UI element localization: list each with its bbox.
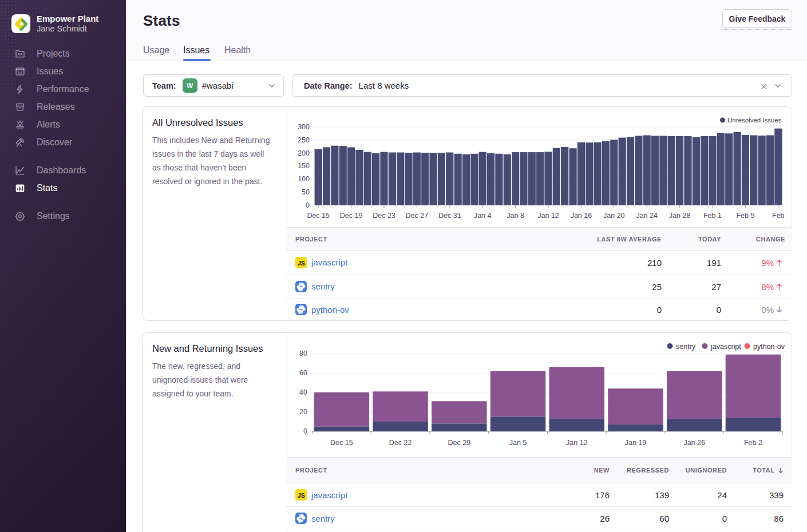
- svg-text:250: 250: [298, 136, 310, 144]
- svg-text:40: 40: [299, 388, 307, 396]
- svg-text:200: 200: [298, 149, 310, 157]
- svg-text:0: 0: [303, 427, 307, 435]
- svg-text:Jan 12: Jan 12: [566, 439, 588, 447]
- svg-text:sentry: sentry: [676, 343, 696, 351]
- svg-text:Jan 5: Jan 5: [509, 439, 527, 447]
- svg-text:Unresolved Issues: Unresolved Issues: [727, 117, 782, 124]
- svg-text:Feb: Feb: [772, 212, 785, 220]
- svg-text:Jan 28: Jan 28: [669, 212, 691, 220]
- svg-text:Dec 23: Dec 23: [373, 212, 395, 220]
- svg-text:python-ov: python-ov: [753, 343, 785, 351]
- svg-text:Dec 27: Dec 27: [406, 212, 429, 220]
- svg-text:60: 60: [299, 369, 307, 377]
- svg-text:Jan 19: Jan 19: [625, 439, 647, 447]
- svg-text:Dec 22: Dec 22: [389, 439, 412, 447]
- svg-text:Jan 4: Jan 4: [474, 212, 492, 220]
- svg-text:Jan 20: Jan 20: [603, 212, 625, 220]
- svg-text:Jan 24: Jan 24: [636, 212, 658, 220]
- svg-text:Dec 29: Dec 29: [448, 439, 470, 447]
- svg-text:Feb 5: Feb 5: [736, 212, 754, 220]
- svg-text:JS: JS: [298, 260, 305, 267]
- svg-text:Feb 2: Feb 2: [744, 439, 762, 447]
- svg-text:Dec 15: Dec 15: [330, 439, 353, 447]
- svg-text:javascript: javascript: [710, 343, 741, 351]
- svg-text:80: 80: [299, 350, 307, 358]
- svg-text:Feb 1: Feb 1: [703, 212, 722, 220]
- svg-text:150: 150: [298, 162, 310, 170]
- svg-text:300: 300: [298, 123, 310, 131]
- svg-text:Dec 31: Dec 31: [438, 212, 461, 220]
- svg-text:Dec 15: Dec 15: [307, 212, 330, 220]
- svg-text:Jan 8: Jan 8: [507, 212, 524, 220]
- svg-text:20: 20: [299, 408, 307, 416]
- svg-text:100: 100: [298, 175, 310, 183]
- svg-text:Jan 16: Jan 16: [571, 212, 592, 220]
- svg-text:50: 50: [302, 188, 310, 196]
- svg-text:JS: JS: [298, 492, 305, 499]
- svg-text:Jan 12: Jan 12: [537, 212, 559, 220]
- svg-text:0: 0: [306, 201, 310, 209]
- svg-text:Dec 19: Dec 19: [340, 212, 363, 220]
- svg-text:Jan 26: Jan 26: [683, 439, 705, 447]
